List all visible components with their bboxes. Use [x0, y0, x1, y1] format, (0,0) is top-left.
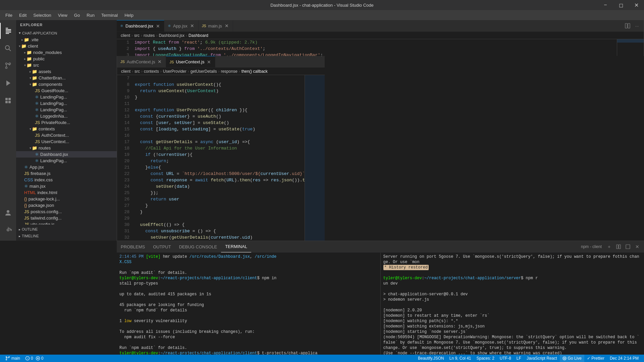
main-tab-icon: JS — [202, 24, 206, 28]
tree-item-indexcss[interactable]: CSS index.css — [16, 177, 117, 183]
status-spaces[interactable]: Spaces: 2 — [474, 355, 497, 362]
right-code-area[interactable]: 78910 111213141516 1718192021 2223242526… — [117, 75, 325, 241]
tree-item-src[interactable]: ▾ 📁 src — [16, 62, 117, 68]
tree-item-firebase[interactable]: JS firebase.js — [16, 170, 117, 177]
terminal-maximize-button[interactable] — [624, 243, 632, 251]
rbc-userprovider[interactable]: UserProvider — [163, 69, 186, 74]
status-problems[interactable]: ! 0 0 — [23, 355, 46, 362]
left-code-area[interactable]: 12345 678910 1112131415 161718 import Re… — [117, 39, 644, 56]
explorer-activity-icon[interactable] — [0, 23, 16, 39]
tree-item-pkglock-client[interactable]: {} package-lock.j... — [16, 196, 117, 202]
status-line-ending[interactable]: LF — [514, 355, 524, 362]
tree-item-client[interactable]: ▾ 📁 client — [16, 43, 117, 49]
terminal-tab-terminal[interactable]: TERMINAL — [221, 241, 251, 252]
tree-item-mainjsx[interactable]: ⚛ main.jsx — [16, 183, 117, 189]
tab-dashboard-jsx[interactable]: ⚛ Dashboard.jsx ✕ — [117, 20, 164, 32]
settings-activity-icon[interactable] — [0, 222, 16, 238]
tree-item-appjsx[interactable]: ⚛ App.jsx — [16, 164, 117, 170]
tree-item-dashboard[interactable]: ⚛ Dashboard.jsx — [16, 151, 117, 158]
tree-item-landingpag2[interactable]: ⚛ LandingPag... — [16, 100, 117, 107]
timeline-section[interactable]: ▸ TIMELINE — [16, 233, 117, 239]
tab-app-jsx[interactable]: ⚛ App.jsx ✕ — [164, 20, 199, 32]
terminal-add-button[interactable]: + — [605, 243, 613, 251]
run-debug-activity-icon[interactable] — [0, 75, 16, 91]
terminal-left-pane[interactable]: 2:14:45 PM [vite] hmr update /src/routes… — [117, 253, 381, 355]
tree-item-vite[interactable]: ▸ 📁 .vite — [16, 37, 117, 43]
menu-terminal[interactable]: Terminal — [99, 11, 120, 19]
tree-item-usercontext[interactable]: JS UserContext... — [16, 138, 117, 145]
rbc-src[interactable]: src — [135, 69, 140, 74]
bc-src[interactable]: src — [134, 33, 140, 38]
tree-item-viteconfig[interactable]: JS vite.config.js — [16, 221, 117, 225]
term-right-2 — [383, 270, 642, 276]
tab-main-js[interactable]: JS main.js ✕ — [199, 20, 233, 32]
tree-item-guestroute[interactable]: JS GuestRoute... — [16, 87, 117, 94]
outline-section[interactable]: ▸ OUTLINE — [16, 226, 117, 233]
source-control-activity-icon[interactable] — [0, 58, 16, 74]
tab-authcontext[interactable]: JS AuthContext.js ✕ — [117, 56, 166, 67]
terminal-tab-debug[interactable]: DEBUG CONSOLE — [175, 241, 221, 252]
split-editor-button[interactable] — [624, 22, 632, 30]
tree-item-routes-client[interactable]: ▾ 📁 routes — [16, 145, 117, 151]
project-section[interactable]: ▾ CHAT-APPLICATION — [16, 29, 117, 37]
rbc-contexts[interactable]: contexts — [144, 69, 159, 74]
terminal-close-button[interactable]: ✕ — [633, 243, 641, 251]
status-encoding[interactable]: UTF-8 — [497, 355, 514, 362]
menu-run[interactable]: Run — [84, 11, 97, 19]
tree-item-privateroute[interactable]: JS PrivateRoute... — [16, 119, 117, 126]
rbc-response[interactable]: response — [221, 69, 237, 74]
minimize-button[interactable]: − — [598, 0, 613, 10]
tab-usercontext[interactable]: JS UserContext.js ✕ — [166, 56, 215, 67]
authcontext-tab-close[interactable]: ✕ — [157, 59, 162, 64]
bc-dashboardjsx[interactable]: Dashboard.jsx — [159, 33, 184, 38]
status-language[interactable]: JavaScript React — [524, 355, 560, 362]
menu-help[interactable]: Help — [122, 11, 136, 19]
tree-item-assets[interactable]: ▸ 📁 assets — [16, 68, 117, 75]
app-container: EXPLORER ▾ CHAT-APPLICATION ▸ 📁 .vite ▾ … — [0, 20, 644, 241]
tree-item-tailwind[interactable]: JS tailwind.config... — [16, 215, 117, 221]
tree-item-landingpag3[interactable]: ⚛ LandingPag... — [16, 107, 117, 113]
dashboard-tab-close[interactable]: ✕ — [155, 23, 161, 29]
extensions-activity-icon[interactable] — [0, 93, 16, 109]
menu-edit[interactable]: Edit — [16, 11, 29, 19]
bc-client[interactable]: client — [121, 33, 130, 38]
close-button[interactable]: ✕ — [629, 0, 644, 10]
terminal-split-button[interactable] — [614, 243, 623, 251]
tree-item-indexhtml[interactable]: HTML index.html — [16, 189, 117, 196]
search-activity-icon[interactable] — [0, 40, 16, 56]
bc-routes[interactable]: routes — [144, 33, 155, 38]
main-tab-close[interactable]: ✕ — [224, 23, 229, 28]
terminal-right-pane[interactable]: Server running on port 5goose 7. Use `mo… — [381, 253, 644, 355]
rbc-getuserdetails[interactable]: getUserDetails — [191, 69, 217, 74]
account-activity-icon[interactable] — [0, 204, 16, 221]
tree-item-pkgjson-client[interactable]: {} package.json — [16, 202, 117, 208]
rbc-client[interactable]: client — [121, 69, 130, 74]
rbc-then-callback[interactable]: then() callback — [241, 69, 268, 74]
status-prettier[interactable]: ✓ Prettier — [584, 355, 607, 362]
tree-item-components[interactable]: ▾ 📁 components — [16, 81, 117, 87]
tree-item-loggedin[interactable]: ⚛ LoggedInNa... — [16, 113, 117, 119]
restore-button[interactable]: ◻ — [613, 0, 629, 10]
tree-item-postcss[interactable]: JS postcss.config... — [16, 208, 117, 215]
app-tab-close[interactable]: ✕ — [190, 23, 195, 28]
terminal-tab-output[interactable]: OUTPUT — [149, 241, 175, 252]
tree-item-node-modules-client[interactable]: ▸ 📁 node_modules — [16, 49, 117, 56]
status-cursor-pos[interactable]: Ln 9, Col 41 — [447, 355, 474, 362]
menu-selection[interactable]: Selection — [31, 11, 54, 19]
tree-item-landingpag1[interactable]: ⚛ LandingPag... — [16, 94, 117, 100]
tree-item-authcontext[interactable]: JS AuthContext... — [16, 132, 117, 138]
tree-item-public[interactable]: ▸ 📁 public — [16, 56, 117, 62]
tree-item-chatterbran[interactable]: ▾ 📁 ChatterBran... — [16, 75, 117, 81]
usercontext-tab-close[interactable]: ✕ — [206, 59, 212, 65]
more-actions-button[interactable]: ··· — [633, 22, 641, 30]
menu-file[interactable]: File — [3, 11, 15, 19]
status-beautify-json[interactable]: Beautify.JSON — [415, 355, 447, 362]
tree-item-contexts[interactable]: ▾ 📁 contexts — [16, 126, 117, 132]
tree-item-landingpag-routes[interactable]: ⚛ LandingPag... — [16, 158, 117, 164]
status-git-branch[interactable]: main — [3, 355, 23, 362]
menu-go[interactable]: Go — [71, 11, 83, 19]
terminal-tab-problems[interactable]: PROBLEMS — [117, 241, 149, 252]
status-go-live[interactable]: Go Live — [560, 355, 584, 362]
bc-dashboard-fn[interactable]: Dashboard — [189, 33, 208, 38]
menu-view[interactable]: View — [55, 11, 70, 19]
